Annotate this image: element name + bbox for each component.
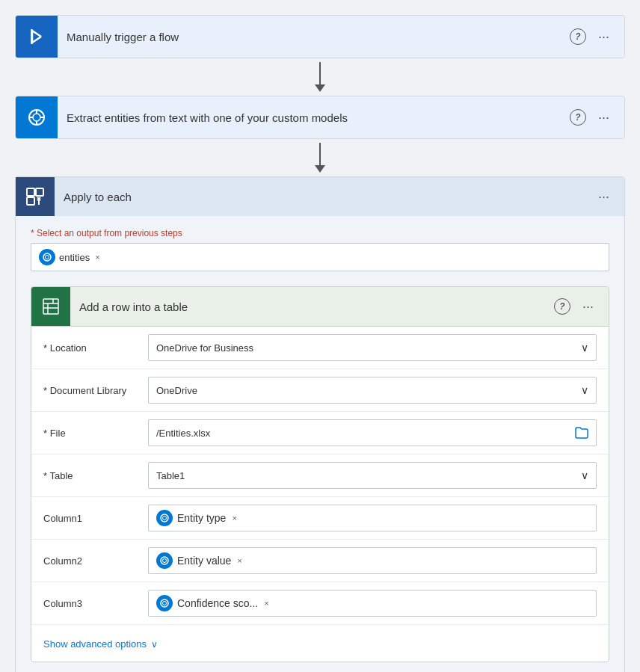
add-row-icon <box>31 287 70 326</box>
trigger-icon <box>16 16 58 58</box>
column1-label: Column1 <box>43 513 148 524</box>
column2-tag-close[interactable]: × <box>237 556 241 565</box>
doc-library-row: * Document Library OneDrive ∨ <box>31 369 609 412</box>
location-row: * Location OneDrive for Business ∨ <box>31 327 609 369</box>
doc-library-value: OneDrive <box>156 385 581 396</box>
column1-field[interactable]: Entity type × <box>148 505 597 531</box>
add-row-help-icon[interactable]: ? <box>554 298 570 315</box>
file-folder-icon <box>575 427 588 439</box>
column3-label: Column3 <box>43 598 148 609</box>
column2-control: Entity value × <box>148 547 597 574</box>
add-row-more-button[interactable]: ··· <box>579 296 597 318</box>
doc-library-arrow-icon: ∨ <box>581 384 588 396</box>
extract-header: Extract entities from text with one of y… <box>16 96 624 138</box>
entities-tag-close[interactable]: × <box>95 253 99 262</box>
apply-each-step: Apply to each ··· * Select an output fro… <box>15 176 625 672</box>
apply-body: * Select an output from previous steps e… <box>16 216 624 672</box>
table-label: * Table <box>43 470 148 481</box>
table-control: Table1 ∨ <box>148 462 597 489</box>
extract-more-button[interactable]: ··· <box>595 107 612 129</box>
location-control: OneDrive for Business ∨ <box>148 334 597 361</box>
table-arrow-icon: ∨ <box>581 469 588 481</box>
show-advanced-label: Show advanced options <box>43 638 147 650</box>
svg-point-21 <box>161 599 168 607</box>
trigger-actions: ? ··· <box>570 26 624 48</box>
trigger-title: Manually trigger a flow <box>58 31 570 43</box>
table-dropdown[interactable]: Table1 ∨ <box>148 462 597 489</box>
trigger-more-button[interactable]: ··· <box>595 26 612 48</box>
column3-field[interactable]: Confidence sco... × <box>148 590 597 617</box>
trigger-help-icon[interactable]: ? <box>570 28 586 45</box>
apply-header: Apply to each ··· <box>16 177 624 216</box>
column3-tag-icon <box>156 595 173 611</box>
show-advanced-chevron-icon: ∨ <box>151 639 158 650</box>
svg-point-22 <box>163 602 167 605</box>
connector-2 <box>315 139 325 176</box>
apply-icon <box>16 177 55 216</box>
column3-control: Confidence sco... × <box>148 590 597 617</box>
column1-tag-close[interactable]: × <box>232 514 236 523</box>
location-dropdown[interactable]: OneDrive for Business ∨ <box>148 334 597 361</box>
entities-tag-icon <box>39 249 55 265</box>
extract-help-icon[interactable]: ? <box>570 109 586 126</box>
svg-rect-12 <box>43 299 58 314</box>
extract-actions: ? ··· <box>570 107 624 129</box>
column2-row: Column2 Entity value × <box>31 540 609 582</box>
connector-1 <box>315 58 325 96</box>
column1-tag-text: Entity type <box>177 512 226 524</box>
apply-more-button[interactable]: ··· <box>595 186 612 208</box>
location-arrow-icon: ∨ <box>581 342 588 354</box>
add-row-card: Add a row into a table ? ··· * Location <box>31 286 609 662</box>
file-control: /Entities.xlsx <box>148 419 597 446</box>
svg-rect-8 <box>36 188 43 196</box>
column1-control: Entity type × <box>148 505 597 531</box>
entities-tag-text: entities <box>59 252 90 263</box>
file-row: * File /Entities.xlsx <box>31 412 609 454</box>
column2-label: Column2 <box>43 555 148 567</box>
column3-tag-close[interactable]: × <box>264 599 268 608</box>
svg-point-17 <box>161 514 168 522</box>
svg-point-2 <box>33 114 40 121</box>
svg-point-18 <box>163 517 167 520</box>
column2-tag-icon <box>156 552 173 569</box>
file-label: * File <box>43 428 148 439</box>
svg-rect-0 <box>31 29 33 44</box>
column1-tag-icon <box>156 510 173 526</box>
location-label: * Location <box>43 342 148 354</box>
svg-rect-7 <box>27 188 34 196</box>
show-advanced-button[interactable]: Show advanced options ∨ <box>31 628 170 657</box>
file-input[interactable]: /Entities.xlsx <box>148 419 597 446</box>
add-row-header: Add a row into a table ? ··· <box>31 287 609 327</box>
column2-field[interactable]: Entity value × <box>148 547 597 574</box>
column1-row: Column1 Entity type × <box>31 497 609 540</box>
svg-point-19 <box>161 557 168 564</box>
add-row-title: Add a row into a table <box>70 300 554 313</box>
trigger-step: Manually trigger a flow ? ··· <box>15 15 625 58</box>
table-value: Table1 <box>156 470 581 481</box>
extract-title: Extract entities from text with one of y… <box>58 111 570 124</box>
entities-input[interactable]: entities × <box>31 243 609 271</box>
svg-point-11 <box>46 256 49 259</box>
doc-library-control: OneDrive ∨ <box>148 377 597 404</box>
extract-icon <box>16 96 58 138</box>
column2-tag-text: Entity value <box>177 555 231 567</box>
flow-container: Manually trigger a flow ? ··· <box>15 15 625 672</box>
select-output-label: * Select an output from previous steps <box>31 228 609 238</box>
location-value: OneDrive for Business <box>156 342 581 354</box>
file-value: /Entities.xlsx <box>156 428 575 439</box>
add-row-actions: ? ··· <box>554 296 609 318</box>
apply-title: Apply to each <box>55 191 595 203</box>
doc-library-dropdown[interactable]: OneDrive ∨ <box>148 377 597 404</box>
add-row-body: * Location OneDrive for Business ∨ * Doc… <box>31 327 609 662</box>
table-row: * Table Table1 ∨ <box>31 454 609 497</box>
doc-library-label: * Document Library <box>43 385 148 396</box>
column3-tag-text: Confidence sco... <box>177 597 258 609</box>
trigger-header: Manually trigger a flow ? ··· <box>16 16 624 58</box>
column3-row: Column3 Confidence sco... <box>31 582 609 625</box>
svg-point-10 <box>43 253 51 261</box>
extract-step: Extract entities from text with one of y… <box>15 96 625 139</box>
apply-actions: ··· <box>595 186 624 208</box>
entities-tag-pill: entities × <box>39 249 100 265</box>
svg-point-20 <box>163 559 167 563</box>
svg-rect-9 <box>27 197 34 205</box>
